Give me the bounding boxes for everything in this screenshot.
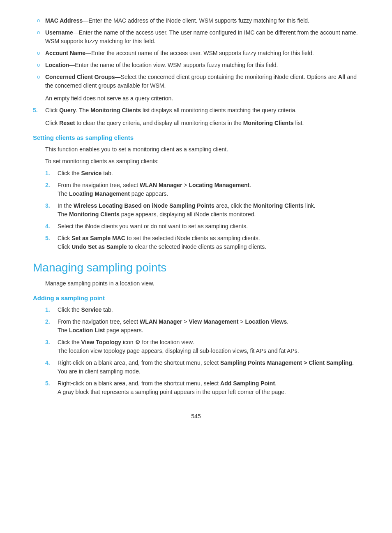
section1-step2-num: 2. [45,181,50,190]
section2-step3-sub: The location view topology page appears,… [58,347,359,355]
bullet-concerned-client-groups: Concerned Client Groups—Select the conce… [33,73,359,90]
username-text: —Enter the name of the access user. The … [45,29,358,44]
section1-step4-num: 4. [45,222,50,231]
location-label: Location [45,62,69,68]
section2-step5-sub: A gray block that represents a sampling … [58,388,359,396]
step5-reset-text: Click Reset to clear the query criteria,… [33,119,359,127]
section2-step4-sub: You are in client sampling mode. [58,367,359,376]
h1-intro: Manage sampling points in a location vie… [33,279,359,288]
bullet-account-name: Account Name—Enter the account name of t… [33,49,359,58]
section2-step4-text: Right-click on a blank area, and, from t… [58,359,354,366]
h1-managing-sampling-points: Managing sampling points [33,261,359,274]
section1-step4-text: Select the iNode clients you want or do … [58,223,248,229]
section1-step3: 3. In the Wireless Locating Based on iNo… [45,202,359,219]
section2-step1: 1. Click the Service tab. [45,306,359,314]
section1-steps: 1. Click the Service tab. 2. From the na… [33,169,359,251]
section2-steps: 1. Click the Service tab. 2. From the na… [33,306,359,396]
step5-num: 5. [33,106,38,115]
view-topology-icon: ⚙ [135,339,141,345]
step5-query-text: Click Query. The Monitoring Clients list… [45,107,297,114]
section1-step3-sub: The Monitoring Clients page appears, dis… [58,210,359,219]
section1-step3-text: In the Wireless Locating Based on iNode … [58,202,316,209]
section1-step5-sub: Click Undo Set as Sample to clear the se… [58,243,359,251]
section2-step3-num: 3. [45,338,50,347]
section1-step2-text: From the navigation tree, select WLAN Ma… [58,182,251,188]
section1-intro: This function enables you to set a monit… [33,145,359,154]
section1-step5: 5. Click Set as Sample MAC to set the se… [45,234,359,251]
bullet-location: Location—Enter the name of the location … [33,61,359,70]
section1-step1: 1. Click the Service tab. [45,169,359,178]
section2-step1-num: 1. [45,306,50,314]
section1-step1-text: Click the Service tab. [58,170,113,176]
section1-step5-text: Click Set as Sample MAC to set the selec… [58,235,260,241]
section2-step4: 4. Right-click on a blank area, and, fro… [45,359,359,376]
section2-step1-text: Click the Service tab. [58,306,113,313]
bullet-list: MAC Address—Enter the MAC address of the… [33,16,359,90]
account-name-text: —Enter the account name of the access us… [85,50,314,56]
section2-step2: 2. From the navigation tree, select WLAN… [45,317,359,335]
empty-field-note: An empty field does not serve as a query… [33,94,359,103]
mac-address-label: MAC Address [45,17,83,24]
section1-step4: 4. Select the iNode clients you want or … [45,222,359,231]
section2-step5-text: Right-click on a blank area, and, from t… [58,380,277,387]
bullet-username: Username—Enter the name of the access us… [33,28,359,46]
section2-heading: Adding a sampling point [33,294,359,301]
section1-step1-num: 1. [45,169,50,178]
concerned-client-groups-label: Concerned Client Groups [45,74,115,80]
section1-to-set: To set monitoring clients as sampling cl… [33,157,359,166]
section1-step2-sub: The Locating Management page appears. [58,190,359,198]
step5-query-item: 5. Click Query. The Monitoring Clients l… [33,106,359,115]
section2-step3-text: Click the View Topology icon ⚙ for the l… [58,339,194,345]
bullet-mac-address: MAC Address—Enter the MAC address of the… [33,16,359,25]
location-text: —Enter the name of the location view. WS… [69,62,278,68]
page-number: 545 [33,413,359,419]
section1-step2: 2. From the navigation tree, select WLAN… [45,181,359,198]
section2-step2-sub: The Location List page appears. [58,326,359,335]
section2-step5-num: 5. [45,379,50,388]
section2-step2-text: From the navigation tree, select WLAN Ma… [58,318,288,325]
section2-step4-num: 4. [45,359,50,367]
section2-step2-num: 2. [45,317,50,326]
section2-step5: 5. Right-click on a blank area, and, fro… [45,379,359,396]
step5-list: 5. Click Query. The Monitoring Clients l… [33,106,359,115]
section1-step5-num: 5. [45,234,50,243]
username-label: Username [45,29,73,36]
page-content: MAC Address—Enter the MAC address of the… [33,16,359,419]
mac-address-text: —Enter the MAC address of the iNode clie… [83,17,309,24]
section2-step3: 3. Click the View Topology icon ⚙ for th… [45,338,359,355]
section1-heading: Setting clients as sampling clients [33,134,359,141]
account-name-label: Account Name [45,50,85,56]
section1-step3-num: 3. [45,202,50,210]
